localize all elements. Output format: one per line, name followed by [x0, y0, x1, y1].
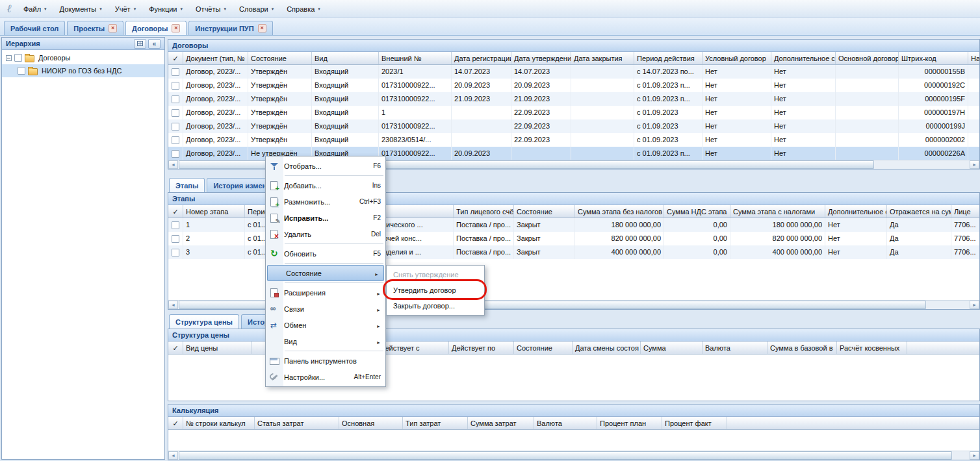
- column-header[interactable]: Дата регистрации: [452, 52, 511, 64]
- column-header[interactable]: Статья затрат: [255, 417, 339, 429]
- check-column-header[interactable]: ✓: [168, 342, 183, 354]
- check-column-header[interactable]: ✓: [168, 52, 183, 64]
- column-header[interactable]: Действует с: [378, 342, 449, 354]
- column-header[interactable]: Состояние: [514, 342, 573, 354]
- column-header[interactable]: Штрих-код: [899, 52, 968, 64]
- tab-3[interactable]: Инструкции ПУП: [188, 21, 272, 35]
- menu-item-12[interactable]: Связи: [266, 301, 385, 317]
- check-column-header[interactable]: ✓: [168, 205, 183, 218]
- hierarchy-grid-button[interactable]: [134, 39, 146, 49]
- column-header[interactable]: Сумма этапа с налогами: [730, 205, 825, 218]
- menu-item-13[interactable]: Обмен: [266, 317, 385, 333]
- column-header[interactable]: № строки калькул: [183, 417, 255, 429]
- table-row-5[interactable]: Договор, 2023/...УтверждёнВходящий230823…: [168, 133, 979, 147]
- tab-close-icon[interactable]: [172, 24, 180, 32]
- tree-node-1[interactable]: НИОКР по ГОЗ без НДС: [2, 64, 164, 77]
- table-row-1[interactable]: Договор, 2023/...УтверждёнВходящий017310…: [168, 79, 979, 92]
- column-header[interactable]: Дата утверждения: [511, 52, 571, 64]
- menu-item-4[interactable]: Исправить...F2: [266, 210, 385, 226]
- column-header[interactable]: Дата смены состоя: [573, 342, 641, 354]
- menu-item-0[interactable]: Отобрать...F6: [266, 158, 385, 174]
- row-checkbox[interactable]: [172, 68, 179, 76]
- table-row-2[interactable]: Договор, 2023/...УтверждёнВходящий017310…: [168, 92, 979, 106]
- table-row-3[interactable]: Договор, 2023/...УтверждёнВходящий122.09…: [168, 106, 979, 119]
- row-checkbox[interactable]: [172, 221, 179, 229]
- row-checkbox[interactable]: [172, 235, 179, 243]
- column-header[interactable]: Нало: [968, 52, 979, 64]
- scroll-left-icon[interactable]: [168, 451, 178, 460]
- column-header[interactable]: Условный договор: [703, 52, 771, 64]
- tab-1[interactable]: Проекты: [67, 21, 123, 35]
- column-header[interactable]: Состояние: [248, 52, 312, 64]
- menu-item-9[interactable]: Состояние: [267, 265, 384, 281]
- menubar-item-0[interactable]: Файл: [17, 3, 53, 16]
- column-header[interactable]: Номер этапа: [183, 205, 245, 218]
- check-column-header[interactable]: ✓: [168, 417, 183, 429]
- scroll-left-icon[interactable]: [168, 301, 178, 309]
- tab-0[interactable]: Рабочий стол: [4, 21, 65, 35]
- scroll-left-icon[interactable]: [168, 160, 178, 169]
- column-header[interactable]: Основная: [339, 417, 403, 429]
- menubar-item-1[interactable]: Документы: [53, 3, 109, 16]
- tree-node-0[interactable]: Договоры: [2, 51, 164, 64]
- menu-item-7[interactable]: ОбновитьF5: [266, 245, 385, 262]
- column-header[interactable]: Дополнительное с: [825, 205, 887, 218]
- column-header[interactable]: Сумма: [641, 342, 703, 354]
- hierarchy-collapse-button[interactable]: [148, 39, 161, 49]
- column-header[interactable]: Сумма этапа без налогов: [575, 205, 664, 218]
- row-checkbox[interactable]: [172, 95, 179, 103]
- menubar-item-4[interactable]: Отчёты: [189, 3, 233, 16]
- column-header[interactable]: Внешний №: [379, 52, 452, 64]
- column-header[interactable]: Период действия: [634, 52, 703, 64]
- column-header[interactable]: Вид: [312, 52, 379, 64]
- column-header[interactable]: Валюта: [703, 342, 767, 354]
- tab-0[interactable]: Этапы: [169, 178, 205, 192]
- menu-item-2[interactable]: Закрыть договор...: [387, 298, 484, 314]
- menu-item-11[interactable]: Расширения: [266, 284, 385, 301]
- menu-item-2[interactable]: Добавить...Ins: [266, 177, 385, 193]
- column-header[interactable]: Состояние: [514, 205, 575, 218]
- table-row-4[interactable]: Договор, 2023/...УтверждёнВходящий017310…: [168, 119, 979, 133]
- scroll-right-icon[interactable]: [970, 160, 979, 169]
- menubar-item-6[interactable]: Справка: [280, 3, 327, 16]
- tab-close-icon[interactable]: [258, 24, 266, 32]
- column-header[interactable]: Процент план: [597, 417, 662, 429]
- scroll-right-icon[interactable]: [970, 301, 979, 309]
- column-header[interactable]: Дата закрытия: [571, 52, 634, 64]
- menu-item-3[interactable]: Размножить...Ctrl+F3: [266, 193, 385, 210]
- column-header[interactable]: Отражается на сум: [887, 205, 951, 218]
- menubar-item-3[interactable]: Функции: [142, 3, 189, 16]
- column-header[interactable]: Лице: [951, 205, 979, 218]
- column-header[interactable]: Сумма в базовой в: [767, 342, 837, 354]
- row-checkbox[interactable]: [172, 150, 179, 158]
- scroll-thumb[interactable]: [179, 451, 952, 460]
- row-checkbox[interactable]: [172, 109, 179, 117]
- table-row-0[interactable]: Договор, 2023/...УтверждёнВходящий2023/1…: [168, 65, 979, 79]
- column-header[interactable]: Документ (тип, №: [183, 52, 248, 64]
- tab-2[interactable]: Договоры: [125, 21, 187, 35]
- menu-item-14[interactable]: Вид: [266, 333, 385, 349]
- column-header[interactable]: Вид цены: [183, 342, 251, 354]
- row-checkbox[interactable]: [172, 123, 179, 131]
- column-header[interactable]: Тип затрат: [403, 417, 468, 429]
- column-header[interactable]: Расчёт косвенных: [837, 342, 907, 354]
- calculation-hscrollbar[interactable]: [168, 451, 979, 460]
- row-checkbox[interactable]: [172, 136, 179, 144]
- column-header[interactable]: Дополнительное с: [771, 52, 836, 64]
- row-checkbox[interactable]: [172, 249, 179, 256]
- scroll-right-icon[interactable]: [970, 451, 979, 460]
- column-header[interactable]: Тип лицевого счёт: [454, 205, 514, 218]
- column-header[interactable]: Сумма НДС этапа: [664, 205, 730, 218]
- checkbox[interactable]: [18, 67, 25, 75]
- menubar-item-5[interactable]: Словари: [233, 3, 280, 16]
- menu-item-5[interactable]: УдалитьDel: [266, 226, 385, 242]
- menu-item-16[interactable]: Панель инструментов: [266, 353, 385, 369]
- column-header[interactable]: Сумма затрат: [468, 417, 534, 429]
- checkbox[interactable]: [14, 54, 22, 62]
- column-header[interactable]: Действует по: [449, 342, 514, 354]
- menu-item-1[interactable]: Утвердить договор: [387, 282, 484, 298]
- menubar-item-2[interactable]: Учёт: [109, 3, 142, 16]
- tree-expander-icon[interactable]: [6, 55, 12, 61]
- column-header[interactable]: Основной договор: [836, 52, 899, 64]
- column-header[interactable]: Валюта: [534, 417, 597, 429]
